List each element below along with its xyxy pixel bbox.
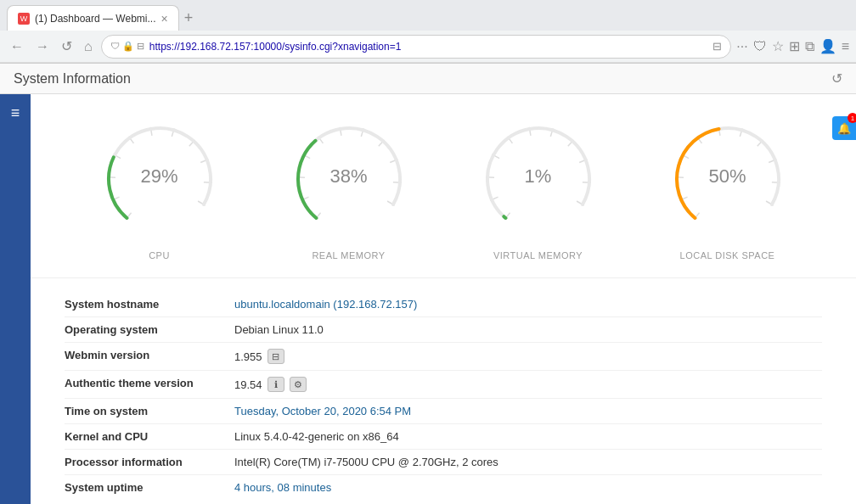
address-reader-icon: ⊟ (712, 40, 722, 53)
info-row: System uptime 4 hours, 08 minutes (65, 475, 822, 500)
gauge-value-virtual-memory: 1% (525, 165, 552, 188)
info-val: 19.54ℹ⚙ (234, 377, 307, 392)
info-row: Kernel and CPU Linux 5.4.0-42-generic on… (65, 424, 822, 450)
gauges-section: 29% CPU 38% REAL MEMORY 1% VIRTUAL MEMOR… (31, 94, 856, 278)
home-button[interactable]: ⌂ (81, 37, 96, 56)
info-icon-btn[interactable]: ⚙ (290, 377, 307, 392)
gauge-local-disk: 50% LOCAL DISK SPACE (660, 111, 796, 260)
info-value: Linux 5.4.0-42-generic on x86_64 (234, 430, 399, 443)
gauge-label-real-memory: REAL MEMORY (312, 250, 385, 260)
reload-button[interactable]: ↺ (58, 36, 76, 56)
info-row: System hostname ubuntu.localdomain (192.… (65, 292, 822, 317)
gauge-wrap-local-disk: 50% (660, 111, 796, 247)
info-value: Debian Linux 11.0 (234, 323, 324, 336)
gauge-label-virtual-memory: VIRTUAL MEMORY (493, 250, 583, 260)
tab-title: (1) Dashboard — Webmi... (35, 13, 156, 25)
info-val: Debian Linux 11.0 (234, 323, 324, 336)
info-row: Processor information Intel(R) Core(TM) … (65, 450, 822, 475)
info-val: 4 hours, 08 minutes (234, 481, 331, 494)
account-button[interactable]: 👤 (819, 38, 836, 54)
gauge-label-local-disk: LOCAL DISK SPACE (680, 250, 775, 260)
info-section: System hostname ubuntu.localdomain (192.… (31, 278, 856, 504)
gauge-value-local-disk: 50% (708, 165, 746, 188)
info-row: Authentic theme version 19.54ℹ⚙ (65, 371, 822, 399)
gauge-real-memory: 38% REAL MEMORY (281, 111, 417, 260)
info-row: Operating system Debian Linux 11.0 (65, 317, 822, 343)
tab-close-button[interactable]: × (161, 12, 168, 25)
bookmark-button[interactable]: ☆ (772, 38, 784, 54)
info-icon-btn[interactable]: ℹ (268, 377, 284, 392)
gauge-cpu: 29% CPU (92, 111, 228, 260)
new-tab-button[interactable]: + (184, 9, 194, 27)
sidebar: ≡ (0, 94, 31, 504)
address-url: https://192.168.72.157:10000/sysinfo.cgi… (149, 41, 708, 53)
gauge-value-real-memory: 38% (329, 165, 367, 188)
info-value: 19.54 (234, 378, 262, 391)
notification-badge: 1 (848, 113, 856, 123)
address-security-icon: 🛡 🔒 ⊟ (110, 41, 144, 52)
top-bar: System Information ↺ (0, 64, 856, 94)
shield-icon: 🛡 (753, 39, 767, 54)
library-button[interactable]: ⊞ (789, 38, 800, 54)
info-key: Webmin version (65, 349, 234, 361)
gauge-virtual-memory: 1% VIRTUAL MEMORY (470, 111, 606, 260)
info-value: Intel(R) Core(TM) i7-7500U CPU @ 2.70GHz… (234, 456, 498, 468)
info-key: Kernel and CPU (65, 430, 234, 443)
back-button[interactable]: ← (7, 37, 27, 56)
tab-favicon: W (18, 13, 30, 25)
more-button[interactable]: ··· (736, 39, 747, 54)
address-bar[interactable]: 🛡 🔒 ⊟ https://192.168.72.157:10000/sysin… (101, 35, 732, 59)
notification-bell-button[interactable]: 🔔 1 (832, 116, 856, 140)
page-title: System Information (14, 71, 131, 87)
info-val: ubuntu.localdomain (192.168.72.157) (234, 298, 417, 311)
gauge-value-cpu: 29% (140, 165, 177, 188)
refresh-button[interactable]: ↺ (831, 70, 842, 87)
info-icon-btn[interactable]: ⊟ (268, 349, 284, 364)
gauge-wrap-real-memory: 38% (281, 111, 417, 247)
info-value-link[interactable]: Tuesday, October 20, 2020 6:54 PM (234, 405, 411, 417)
menu-button[interactable]: ≡ (842, 39, 849, 54)
info-row: Webmin version 1.955 ⊟ (65, 343, 822, 371)
forward-button[interactable]: → (32, 37, 53, 56)
info-val: Linux 5.4.0-42-generic on x86_64 (234, 430, 399, 443)
info-val: 1.955 ⊟ (234, 349, 284, 364)
info-value-link[interactable]: ubuntu.localdomain (192.168.72.157) (234, 298, 417, 311)
synced-tabs-button[interactable]: ⧉ (805, 39, 814, 54)
gauge-wrap-virtual-memory: 1% (470, 111, 606, 247)
info-key: Operating system (65, 323, 234, 336)
bell-icon: 🔔 (837, 122, 851, 135)
main-content: 29% CPU 38% REAL MEMORY 1% VIRTUAL MEMOR… (31, 94, 856, 504)
gauge-label-cpu: CPU (149, 250, 170, 260)
info-key: Processor information (65, 456, 234, 468)
info-value: 1.955 (234, 350, 262, 363)
info-val: Intel(R) Core(TM) i7-7500U CPU @ 2.70GHz… (234, 456, 498, 468)
info-row: Time on system Tuesday, October 20, 2020… (65, 399, 822, 424)
info-key: System uptime (65, 481, 234, 494)
info-val: Tuesday, October 20, 2020 6:54 PM (234, 405, 411, 417)
browser-tab[interactable]: W (1) Dashboard — Webmi... × (7, 5, 179, 31)
info-key: System hostname (65, 298, 234, 311)
gauge-wrap-cpu: 29% (92, 111, 228, 247)
info-key: Authentic theme version (65, 377, 234, 389)
info-key: Time on system (65, 405, 234, 417)
sidebar-menu-button[interactable]: ≡ (8, 101, 24, 126)
info-value-link[interactable]: 4 hours, 08 minutes (234, 481, 331, 494)
